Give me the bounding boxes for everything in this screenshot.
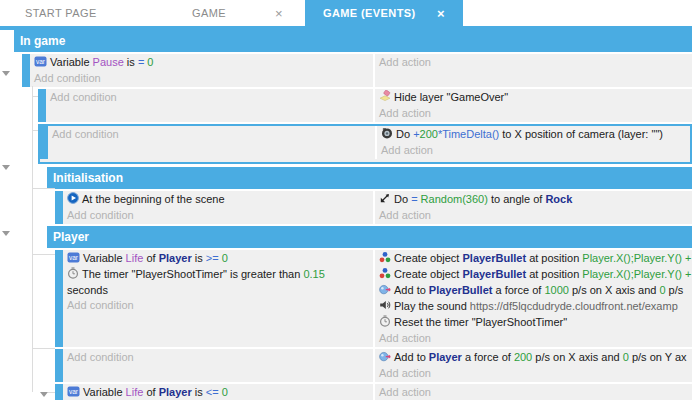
text-segment: Life	[126, 386, 144, 398]
text-segment: Do	[394, 193, 411, 205]
event-left-bar[interactable]	[55, 250, 63, 347]
conditions-cell: Add condition	[63, 349, 373, 382]
text-segment: =	[411, 193, 420, 205]
variable-icon: var	[34, 56, 47, 71]
add-action-button[interactable]: Add action	[379, 55, 692, 70]
text-segment: of	[143, 386, 158, 398]
text-segment: https://df5lqcdudryde.cloudfront.net/exa…	[470, 300, 678, 312]
svg-text:var: var	[36, 58, 46, 65]
tab-game-events[interactable]: GAME (EVENTS) ×	[305, 0, 463, 26]
add-action-button[interactable]: Add action	[379, 106, 692, 121]
action[interactable]: Add to PlayerBullet a force of 1000 p/s …	[379, 283, 692, 299]
text-segment: Do	[396, 128, 413, 140]
event-sheet: In gamevarVariable Pause is = 0Add condi…	[0, 30, 692, 400]
add-condition-button[interactable]: Add condition	[67, 350, 373, 365]
text-segment: 200	[514, 351, 532, 363]
event-row[interactable]: varVariable Life of Player is <= 0Add co…	[55, 384, 692, 400]
collapse-arrow-icon[interactable]	[2, 165, 10, 170]
tree-line	[32, 96, 38, 97]
text-segment: Reset the timer "PlayerShootTimer"	[394, 316, 567, 328]
event-row[interactable]: varVariable Pause is = 0Add conditionAdd…	[22, 54, 692, 87]
event-row[interactable]: At the beginning of the sceneAdd conditi…	[55, 191, 692, 224]
add-action-button[interactable]: Add action	[379, 331, 692, 346]
gdevelop-window: START PAGE GAME × GAME (EVENTS) × In gam…	[0, 0, 692, 400]
collapse-arrow-icon[interactable]	[2, 71, 10, 76]
text-segment: Player.X();Player.Y() +	[582, 252, 691, 264]
text-segment: p/s on Y ax	[629, 351, 687, 363]
tab-bar: START PAGE GAME × GAME (EVENTS) ×	[0, 0, 692, 26]
sound-icon	[379, 299, 391, 315]
close-icon[interactable]: ×	[275, 7, 283, 20]
action[interactable]: Hide layer "GameOver"	[379, 90, 692, 106]
text-segment: 0	[147, 56, 153, 68]
collapse-arrow-icon[interactable]	[2, 231, 10, 236]
event-row[interactable]: varVariable Life of Player is >= 0The ti…	[55, 250, 692, 347]
condition[interactable]: varVariable Life of Player is <= 0	[67, 385, 373, 400]
actions-cell: Hide layer "GameOver"Add action	[373, 89, 692, 122]
text-segment: =	[138, 56, 147, 68]
timer-icon	[67, 267, 79, 283]
conditions-cell: varVariable Pause is = 0Add condition	[30, 54, 373, 87]
add-action-button[interactable]: Add action	[379, 385, 692, 400]
condition[interactable]: At the beginning of the scene	[67, 192, 373, 208]
tab-game[interactable]: GAME ×	[170, 0, 305, 26]
conditions-cell: varVariable Life of Player is >= 0The ti…	[63, 250, 373, 347]
event-group-header[interactable]: In game	[14, 30, 692, 52]
tab-label: GAME (EVENTS)	[323, 7, 416, 19]
tab-start-page[interactable]: START PAGE	[0, 0, 170, 26]
text-segment: Add to	[394, 284, 429, 296]
event-row-selected[interactable]: Add conditionDo +200*TimeDelta() to X po…	[38, 124, 692, 164]
action[interactable]: Do = Random(360) to angle of Rock	[379, 192, 692, 208]
condition[interactable]: The timer "PlayerShootTimer" is greater …	[67, 267, 373, 298]
add-condition-button[interactable]: Add condition	[67, 208, 373, 223]
action[interactable]: Play the sound https://df5lqcdudryde.clo…	[379, 299, 692, 315]
event-row[interactable]: Add conditionAdd to Player a force of 20…	[55, 349, 692, 382]
event-left-bar[interactable]	[55, 191, 63, 224]
condition[interactable]: varVariable Pause is = 0	[34, 55, 373, 71]
event-left-bar[interactable]	[38, 89, 46, 122]
add-condition-button[interactable]: Add condition	[50, 90, 373, 105]
text-segment: p/s	[666, 284, 684, 296]
action[interactable]: Reset the timer "PlayerShootTimer"	[379, 315, 692, 331]
add-condition-button[interactable]: Add condition	[52, 127, 375, 142]
text-segment: a force of	[492, 284, 544, 296]
add-action-button[interactable]: Add action	[379, 208, 692, 223]
action[interactable]: Create object PlayerBullet at position P…	[379, 267, 692, 283]
event-left-bar[interactable]	[22, 54, 30, 87]
condition[interactable]: varVariable Life of Player is >= 0	[67, 251, 373, 267]
add-condition-button[interactable]: Add condition	[67, 298, 373, 313]
tree-line	[32, 130, 38, 131]
conditions-cell: varVariable Life of Player is <= 0Add co…	[63, 384, 373, 400]
event-row[interactable]: Add conditionHide layer "GameOver"Add ac…	[38, 89, 692, 122]
add-condition-button[interactable]: Add condition	[34, 71, 373, 86]
camera-icon	[381, 127, 393, 143]
action[interactable]: Add to Player a force of 200 p/s on X ax…	[379, 350, 692, 366]
action[interactable]: Create object PlayerBullet at position P…	[379, 251, 692, 267]
event-left-bar[interactable]	[40, 126, 48, 159]
text-segment: Play the sound	[394, 300, 470, 312]
text-segment: 0	[222, 386, 228, 398]
create-object-icon	[379, 267, 391, 283]
text-segment: p/s on X axis and	[569, 284, 660, 296]
text-segment: Variable	[50, 56, 93, 68]
text-segment: is	[192, 252, 206, 264]
close-icon[interactable]: ×	[437, 7, 445, 20]
text-segment: Pause	[93, 56, 124, 68]
text-segment: 0.15	[303, 268, 324, 280]
event-group-header[interactable]: Initialisation	[47, 167, 692, 189]
actions-cell: Add to Player a force of 200 p/s on X ax…	[373, 349, 692, 382]
action[interactable]: Do +200*TimeDelta() to X position of cam…	[381, 127, 690, 143]
event-left-bar[interactable]	[55, 349, 63, 382]
event-left-bar[interactable]	[55, 384, 63, 400]
text-segment: is	[192, 386, 206, 398]
add-action-button[interactable]: Add action	[381, 143, 690, 158]
conditions-cell: Add condition	[46, 89, 373, 122]
text-segment: Hide layer "GameOver"	[394, 91, 508, 103]
add-action-button[interactable]: Add action	[379, 366, 692, 381]
event-group-header[interactable]: Player	[47, 226, 692, 248]
actions-cell: Add action	[373, 54, 692, 87]
collapse-arrow-icon[interactable]	[40, 392, 48, 397]
text-segment: Rock	[545, 193, 572, 205]
text-segment: Player	[159, 252, 192, 264]
tab-label: START PAGE	[25, 7, 97, 19]
